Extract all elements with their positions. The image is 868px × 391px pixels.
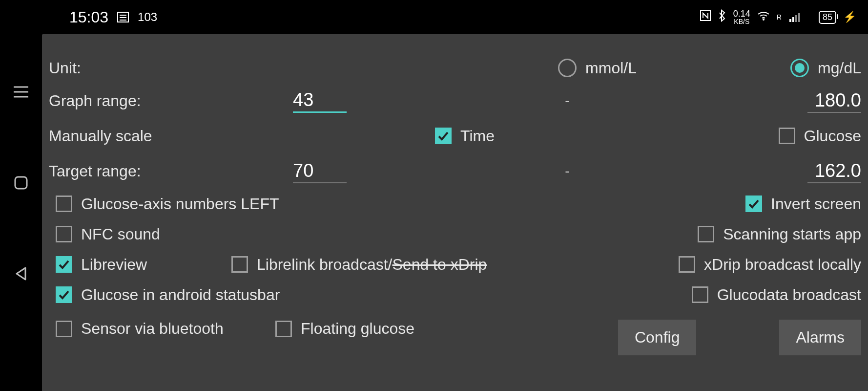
roaming-label: R bbox=[777, 13, 782, 21]
invert-screen-checkbox[interactable]: Invert screen bbox=[745, 195, 861, 213]
notification-count: 103 bbox=[138, 10, 157, 24]
wifi-icon bbox=[757, 10, 770, 24]
nfc-sound-checkbox[interactable]: NFC sound bbox=[56, 225, 160, 243]
back-icon[interactable] bbox=[12, 265, 30, 282]
glucose-axis-left-checkbox[interactable]: Glucose-axis numbers LEFT bbox=[56, 195, 279, 213]
unit-label: Unit: bbox=[49, 59, 81, 77]
sensor-bluetooth-checkbox[interactable]: Sensor via bluetooth bbox=[56, 320, 275, 338]
librelink-broadcast-checkbox[interactable]: Librelink broadcast/Send to xDrip bbox=[231, 256, 487, 274]
svg-point-2 bbox=[763, 19, 765, 21]
floating-glucose-checkbox[interactable]: Floating glucose bbox=[275, 320, 414, 338]
target-range-label: Target range: bbox=[49, 162, 141, 180]
scanning-starts-app-checkbox[interactable]: Scanning starts app bbox=[698, 225, 861, 243]
range-separator: - bbox=[565, 93, 569, 109]
manual-scale-glucose-checkbox[interactable]: Glucose bbox=[779, 127, 861, 145]
settings-panel: Unit: mmol/L mg/dL Graph range: - bbox=[42, 34, 868, 391]
svg-rect-0 bbox=[15, 177, 27, 189]
glucodata-broadcast-checkbox[interactable]: Glucodata broadcast bbox=[692, 286, 861, 304]
xdrip-broadcast-checkbox[interactable]: xDrip broadcast locally bbox=[679, 256, 861, 274]
target-range-min-input[interactable] bbox=[293, 159, 347, 183]
manual-scale-time-checkbox[interactable]: Time bbox=[435, 127, 495, 145]
nfc-icon bbox=[700, 10, 711, 24]
graph-range-label: Graph range: bbox=[49, 92, 141, 109]
graph-range-max-input[interactable] bbox=[807, 89, 861, 113]
bluetooth-icon bbox=[718, 9, 726, 25]
config-button[interactable]: Config bbox=[618, 320, 697, 355]
status-bar: 15:03 103 0.14 KB/S R 85 ⚡ bbox=[42, 0, 868, 34]
unit-radio-mmol[interactable]: mmol/L bbox=[558, 59, 637, 77]
graph-range-min-input[interactable] bbox=[293, 88, 347, 113]
glucose-statusbar-checkbox[interactable]: Glucose in android statusbar bbox=[56, 286, 280, 304]
notification-icon bbox=[117, 12, 129, 22]
status-time: 15:03 bbox=[69, 8, 108, 26]
system-nav-rail bbox=[0, 0, 42, 391]
battery-indicator: 85 bbox=[819, 11, 836, 24]
libreview-checkbox[interactable]: Libreview bbox=[56, 256, 231, 274]
manual-scale-label: Manually scale bbox=[49, 127, 152, 145]
network-speed: 0.14 KB/S bbox=[733, 9, 750, 25]
target-range-max-input[interactable] bbox=[807, 159, 861, 183]
range-separator: - bbox=[565, 163, 569, 179]
signal-icon bbox=[789, 12, 800, 22]
overview-icon[interactable] bbox=[12, 174, 30, 192]
menu-icon[interactable] bbox=[12, 83, 30, 101]
unit-radio-mgdl[interactable]: mg/dL bbox=[790, 59, 861, 77]
charging-icon: ⚡ bbox=[843, 11, 856, 23]
alarms-button[interactable]: Alarms bbox=[779, 320, 861, 355]
